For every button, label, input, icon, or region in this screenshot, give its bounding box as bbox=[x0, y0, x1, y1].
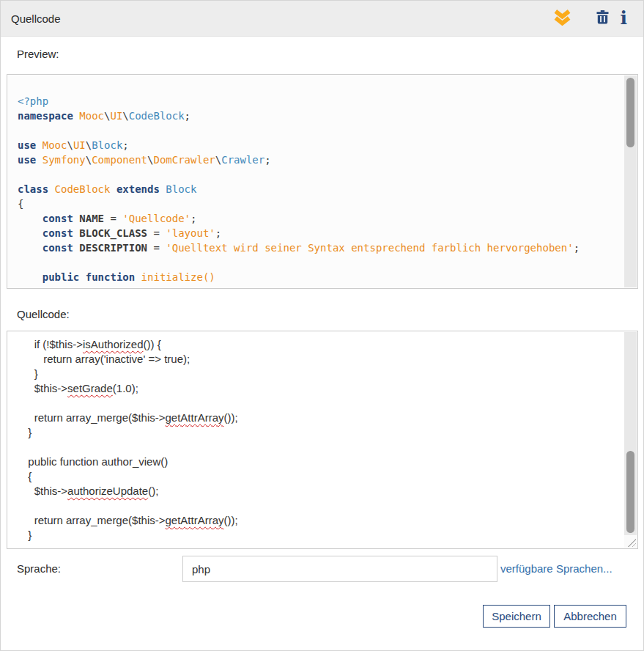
preview-scrollbar[interactable] bbox=[624, 76, 637, 287]
source-code-textarea[interactable]: if (!$this->isAuthorized()) { return arr… bbox=[7, 331, 638, 549]
source-label: Quellcode: bbox=[17, 308, 70, 320]
available-languages-link[interactable]: verfügbare Sprachen... bbox=[500, 562, 612, 575]
preview-scrollbar-thumb[interactable] bbox=[626, 78, 634, 147]
save-button[interactable]: Speichern bbox=[483, 605, 550, 628]
double-chevron-down-icon bbox=[554, 10, 571, 28]
language-label: Sprache: bbox=[17, 562, 61, 575]
cancel-button[interactable]: Abbrechen bbox=[554, 605, 626, 628]
textarea-resize-handle[interactable] bbox=[624, 535, 637, 548]
info-icon: i bbox=[621, 10, 628, 26]
editor-scrollbar-thumb[interactable] bbox=[626, 451, 634, 533]
trash-icon bbox=[596, 10, 609, 26]
quellcode-block-panel: Quellcode bbox=[0, 0, 644, 651]
panel-header: Quellcode bbox=[1, 1, 643, 37]
preview-label: Preview: bbox=[17, 48, 59, 60]
language-input[interactable] bbox=[182, 556, 497, 582]
header-icon-group: i bbox=[552, 1, 629, 36]
editor-scrollbar[interactable] bbox=[624, 332, 637, 548]
code-preview-box: <?phpnamespace Mooc\UI\CodeBlock; use Mo… bbox=[7, 74, 638, 289]
source-code-content: if (!$this->isAuthorized()) { return arr… bbox=[7, 331, 624, 548]
collapse-button[interactable] bbox=[552, 8, 572, 29]
panel-title: Quellcode bbox=[11, 12, 61, 25]
info-button[interactable]: i bbox=[619, 9, 629, 28]
highlighted-code: <?phpnamespace Mooc\UI\CodeBlock; use Mo… bbox=[7, 75, 624, 288]
delete-button[interactable] bbox=[595, 9, 610, 28]
